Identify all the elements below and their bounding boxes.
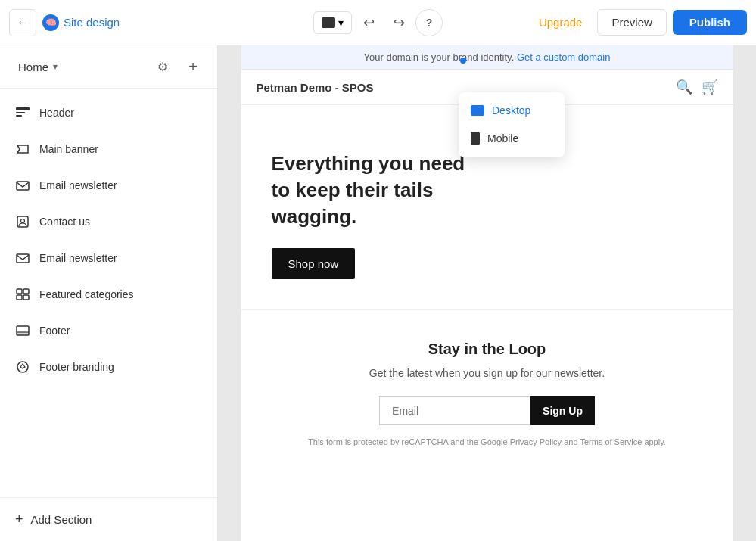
newsletter-section: Stay in the Loop Get the latest when you…: [241, 309, 733, 479]
domain-link[interactable]: Get a custom domain: [517, 51, 611, 63]
newsletter-subtitle: Get the latest when you sign up for our …: [257, 365, 718, 381]
dropdown-item-desktop[interactable]: Desktop: [459, 97, 565, 124]
topbar-left: ← 🧠 Site design: [9, 9, 307, 36]
chevron-down-icon: ▾: [338, 17, 344, 29]
dropdown-item-mobile[interactable]: Mobile: [459, 124, 565, 153]
sidebar-items: Header Main banner Email newsletter: [0, 89, 217, 497]
sidebar-item-footer-branding[interactable]: Footer branding: [0, 349, 217, 385]
desktop-icon: [471, 105, 484, 116]
svg-rect-9: [17, 295, 22, 300]
sidebar: Home ▾ ⚙ + Header: [0, 45, 218, 541]
header-icon: [15, 105, 30, 120]
svg-point-5: [21, 219, 25, 223]
domain-banner: Your domain is your brand identity. Get …: [241, 45, 733, 70]
categories-icon: [15, 287, 30, 302]
email-form: Sign Up: [257, 396, 718, 425]
newsletter-title: Stay in the Loop: [257, 340, 718, 358]
sidebar-item-header[interactable]: Header: [0, 95, 217, 131]
back-icon: ←: [17, 16, 29, 30]
email-icon: [15, 178, 30, 193]
gear-icon: ⚙: [157, 60, 168, 74]
desktop-icon: [322, 17, 335, 28]
help-icon: ?: [426, 17, 433, 29]
active-indicator: [460, 58, 466, 64]
svg-rect-12: [17, 332, 29, 335]
page-select[interactable]: Home ▾: [12, 56, 145, 78]
recaptcha-text: This form is protected by reCAPTCHA and …: [257, 436, 718, 449]
sidebar-item-label: Featured categories: [39, 288, 134, 300]
footer-icon: [15, 323, 30, 338]
dropdown-desktop-label: Desktop: [492, 104, 530, 117]
sidebar-item-label: Email newsletter: [39, 252, 117, 264]
help-button[interactable]: ?: [415, 9, 443, 36]
terms-link[interactable]: Terms of Service: [580, 437, 644, 446]
brain-icon: 🧠: [42, 14, 59, 31]
add-section-label: Add Section: [31, 513, 92, 526]
nav-icons: 🔍 🛒: [676, 79, 718, 95]
shop-now-button[interactable]: Shop now: [272, 248, 356, 279]
upgrade-button[interactable]: Upgrade: [530, 11, 592, 33]
topbar-right: Upgrade Preview Publish: [449, 9, 747, 36]
preview-area: Your domain is your brand identity. Get …: [218, 45, 756, 541]
sidebar-item-contact-us[interactable]: Contact us: [0, 204, 217, 240]
publish-button[interactable]: Publish: [673, 10, 747, 35]
preview-button[interactable]: Preview: [597, 9, 666, 36]
privacy-policy-link[interactable]: Privacy Policy: [510, 437, 565, 446]
plus-icon: +: [188, 58, 198, 76]
back-button[interactable]: ←: [9, 9, 36, 36]
sidebar-item-featured-categories[interactable]: Featured categories: [0, 276, 217, 312]
sidebar-item-email-newsletter-1[interactable]: Email newsletter: [0, 167, 217, 204]
email-input[interactable]: [379, 396, 530, 425]
sidebar-item-label: Header: [39, 107, 74, 119]
svg-rect-2: [16, 115, 22, 117]
add-button[interactable]: +: [181, 54, 205, 79]
sidebar-footer: + Add Section: [0, 497, 217, 541]
chevron-down-icon: ▾: [53, 61, 58, 72]
email-icon: [15, 250, 30, 266]
svg-rect-3: [17, 182, 29, 190]
sidebar-item-email-newsletter-2[interactable]: Email newsletter: [0, 240, 217, 276]
site-name: Petman Demo - SPOS: [257, 81, 374, 94]
svg-rect-8: [23, 289, 29, 294]
page-label: Home: [18, 61, 48, 73]
cart-icon[interactable]: 🛒: [702, 79, 718, 95]
signup-button[interactable]: Sign Up: [530, 396, 595, 425]
plus-icon: +: [15, 511, 23, 527]
site-design-label: 🧠 Site design: [42, 14, 120, 31]
settings-button[interactable]: ⚙: [151, 54, 175, 79]
topbar: ← 🧠 Site design ▾ ↩ ↪ ? Upgrade Preview …: [0, 0, 756, 45]
hero-title: Everything you need to keep their tails …: [272, 151, 468, 230]
svg-rect-10: [23, 295, 29, 300]
domain-text: Your domain is your brand identity.: [364, 51, 515, 63]
svg-rect-1: [16, 112, 25, 113]
redo-button[interactable]: ↪: [385, 9, 412, 36]
undo-button[interactable]: ↩: [355, 9, 382, 36]
svg-rect-6: [17, 254, 29, 263]
device-toggle-button[interactable]: ▾: [313, 11, 352, 34]
add-section-button[interactable]: + Add Section: [0, 498, 217, 541]
topbar-center: ▾ ↩ ↪ ?: [313, 9, 443, 36]
sidebar-item-label: Footer: [39, 325, 70, 337]
dropdown-mobile-label: Mobile: [487, 132, 518, 145]
mobile-icon: [471, 132, 480, 145]
sidebar-item-footer[interactable]: Footer: [0, 312, 217, 349]
branding-icon: [15, 359, 30, 375]
sidebar-item-label: Email newsletter: [39, 179, 117, 191]
sidebar-item-main-banner[interactable]: Main banner: [0, 131, 217, 167]
svg-rect-7: [17, 289, 22, 294]
search-icon[interactable]: 🔍: [676, 79, 692, 95]
undo-icon: ↩: [363, 14, 375, 31]
svg-rect-0: [16, 107, 30, 110]
sidebar-item-label: Footer branding: [39, 361, 114, 373]
sidebar-header: Home ▾ ⚙ +: [0, 45, 217, 89]
device-dropdown: Desktop Mobile: [459, 92, 565, 157]
redo-icon: ↪: [394, 14, 405, 31]
sidebar-item-label: Contact us: [39, 216, 90, 228]
sidebar-item-label: Main banner: [39, 143, 98, 155]
banner-icon: [15, 141, 30, 157]
contact-icon: [15, 214, 30, 229]
main-area: Home ▾ ⚙ + Header: [0, 45, 756, 541]
